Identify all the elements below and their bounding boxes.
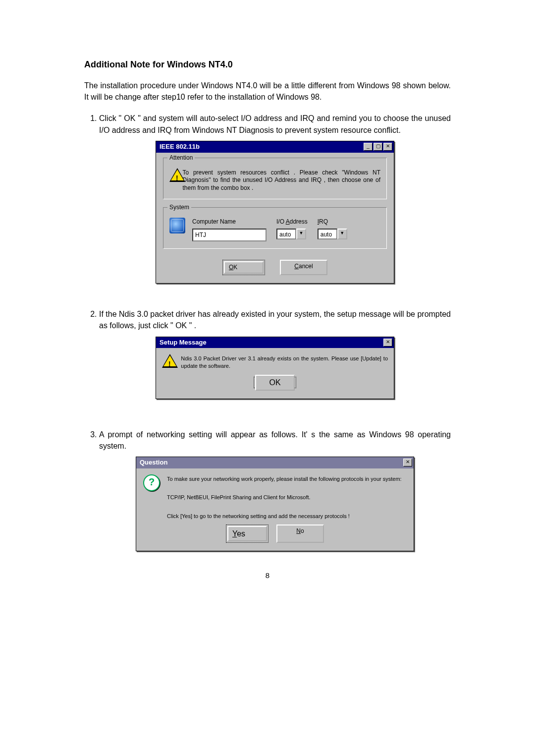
step-2-text: If the Ndis 3.0 packet driver has alread… [99,310,451,330]
window-buttons: _ ▢ ✕ [364,143,392,151]
system-legend: System [167,203,191,212]
irq-field: IRQ auto ▼ [318,218,347,241]
step-3-text: A prompt of networking setting will appe… [99,430,451,450]
setup-message-text: Ndis 3.0 Packet Driver ver 3.1 already e… [181,354,388,369]
ieee-dialog: IEEE 802.11b _ ▢ ✕ Attention ! [156,141,394,284]
chevron-down-icon[interactable]: ▼ [296,229,306,239]
close-button[interactable]: ✕ [383,143,392,151]
question-line-2: TCP/IP, NetBEUI, FilePrint Sharing and C… [167,494,311,500]
question-dialog: Question ✕ ? To make sure your networkin… [136,457,414,551]
step-1: Click " OK " and system will auto-select… [99,113,451,284]
io-address-value: auto [276,229,296,239]
irq-combobox[interactable]: auto ▼ [318,229,347,239]
irq-label: IRQ [318,218,347,226]
maximize-button[interactable]: ▢ [374,143,382,151]
computer-icon [169,218,185,233]
ok-button[interactable]: OK [222,260,265,275]
question-line-1: To make sure your networking work proper… [167,476,402,482]
step-1-text: Click " OK " and system will auto-select… [99,114,451,134]
setup-message-title: Setup Message [158,338,383,348]
question-text: To make sure your networking work proper… [167,474,402,521]
computer-name-label: Computer Name [192,218,267,226]
chevron-down-icon[interactable]: ▼ [337,229,347,239]
close-button[interactable]: ✕ [403,459,412,466]
question-icon: ? [143,474,160,491]
ieee-dialog-titlebar: IEEE 802.11b _ ▢ ✕ [156,141,394,153]
ok-button[interactable]: OK [254,377,296,388]
close-button[interactable]: ✕ [383,339,392,347]
warning-icon: ! [169,168,177,184]
ieee-dialog-buttons: OK Cancel [163,257,387,276]
step-3: A prompt of networking setting will appe… [99,429,451,552]
no-button[interactable]: No [276,524,324,543]
warning-icon: ! [162,354,175,370]
question-titlebar: Question ✕ [136,457,414,468]
minimize-button[interactable]: _ [364,143,373,151]
setup-message-dialog: Setup Message ✕ ! Ndis 3.0 Packet Driver… [156,337,394,399]
io-address-field: I/O Address auto ▼ [276,218,308,241]
question-line-3: Click [Yes] to go to the networking sett… [167,513,350,519]
question-title: Question [138,458,403,467]
yes-button[interactable]: Yes [226,524,268,543]
attention-text: To prevent system resources conflict . P… [183,168,381,192]
ieee-dialog-body: Attention ! To prevent system resources … [156,153,394,284]
cancel-button[interactable]: Cancel [280,260,327,275]
ieee-dialog-title: IEEE 802.11b [158,142,364,152]
irq-value: auto [318,229,337,239]
system-group: System Computer Name I/O Address [163,207,387,248]
document-page: Additional Note for Windows NT4.0 The in… [0,0,535,619]
intro-paragraph: The installation procedure under Windows… [84,80,451,103]
io-address-combobox[interactable]: auto ▼ [276,229,306,239]
computer-name-field: Computer Name [192,218,267,241]
setup-message-titlebar: Setup Message ✕ [156,337,394,349]
instruction-list: Click " OK " and system will auto-select… [84,113,451,551]
computer-name-input[interactable] [192,229,267,241]
io-address-label: I/O Address [276,218,308,226]
attention-legend: Attention [167,154,195,162]
step-2: If the Ndis 3.0 packet driver has alread… [99,308,451,399]
page-number: 8 [84,571,451,580]
section-heading: Additional Note for Windows NT4.0 [84,59,451,70]
attention-group: Attention ! To prevent system resources … [163,158,387,200]
